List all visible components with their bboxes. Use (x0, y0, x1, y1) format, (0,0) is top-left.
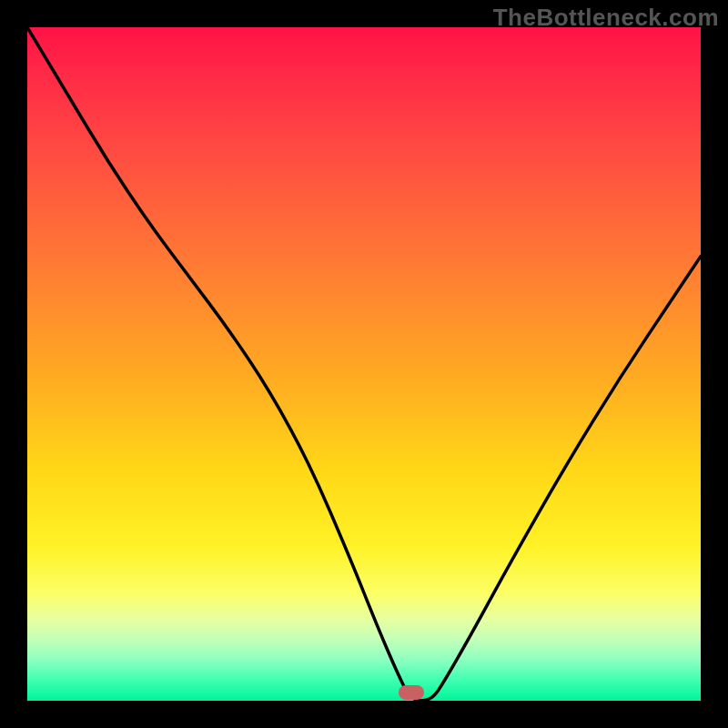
watermark-text: TheBottleneck.com (493, 4, 719, 32)
chart-stage: TheBottleneck.com (0, 0, 728, 728)
bottleneck-curve (27, 27, 701, 701)
plot-area (27, 27, 701, 701)
curve-path (27, 27, 701, 701)
optimum-marker (399, 685, 424, 700)
